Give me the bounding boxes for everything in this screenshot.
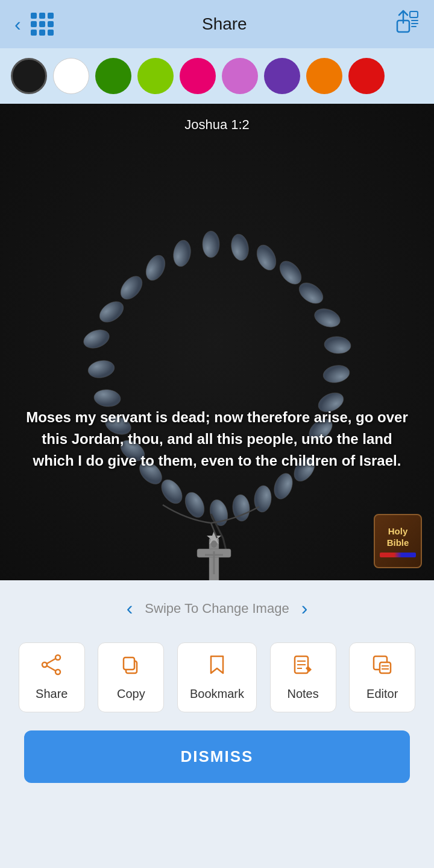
color-swatch-lime[interactable] <box>137 58 174 94</box>
swipe-row: ‹ Swipe To Change Image › <box>0 580 434 636</box>
svg-point-43 <box>55 670 60 674</box>
svg-line-45 <box>47 659 55 664</box>
header-left: ‹ <box>14 13 54 36</box>
action-buttons-row: ShareCopyBookmarkNotesEditor <box>0 636 434 730</box>
color-swatch-pink[interactable] <box>180 58 216 94</box>
svg-point-38 <box>211 540 217 548</box>
verse-text: Moses my servant is dead; now therefore … <box>22 407 412 472</box>
notes-icon <box>292 654 314 681</box>
svg-rect-2 <box>410 11 418 17</box>
color-swatch-red[interactable] <box>348 58 385 94</box>
back-button[interactable]: ‹ <box>14 13 21 36</box>
share-icon <box>41 654 63 681</box>
swipe-label: Swipe To Change Image <box>145 601 289 616</box>
color-palette <box>0 48 434 104</box>
editor-button[interactable]: Editor <box>349 642 415 712</box>
share-button[interactable]: Share <box>19 642 85 712</box>
bible-badge-bar <box>380 553 416 557</box>
svg-point-13 <box>203 231 219 258</box>
verse-image: Joshua 1:2 Moses my servant is dead; now… <box>0 104 434 580</box>
svg-rect-54 <box>380 662 391 673</box>
bible-badge-line1: Holy <box>388 525 408 537</box>
header: ‹ Share <box>0 0 434 48</box>
bookmark-icon <box>206 654 228 681</box>
bible-badge-line2: Bible <box>387 537 409 549</box>
page-title: Share <box>54 14 395 34</box>
color-swatch-black[interactable] <box>11 58 47 94</box>
dismiss-container: DISMISS <box>0 730 434 813</box>
dismiss-button[interactable]: DISMISS <box>24 730 410 783</box>
color-swatch-white[interactable] <box>53 58 89 94</box>
svg-point-42 <box>55 655 60 660</box>
bookmark-button[interactable]: Bookmark <box>177 642 257 712</box>
export-button[interactable] <box>395 10 420 39</box>
color-swatch-orange[interactable] <box>306 58 342 94</box>
editor-label: Editor <box>366 687 398 701</box>
swipe-left-button[interactable]: ‹ <box>127 597 133 619</box>
copy-label: Copy <box>117 687 145 701</box>
swipe-right-button[interactable]: › <box>301 597 308 619</box>
grid-icon[interactable] <box>31 13 54 36</box>
svg-rect-48 <box>124 657 134 670</box>
notes-label: Notes <box>287 687 318 701</box>
notes-button[interactable]: Notes <box>270 642 336 712</box>
color-swatch-green[interactable] <box>95 58 131 94</box>
svg-line-46 <box>47 666 55 671</box>
bookmark-label: Bookmark <box>190 687 244 701</box>
copy-button[interactable]: Copy <box>98 642 164 712</box>
verse-reference: Joshua 1:2 <box>184 117 250 133</box>
bible-badge: Holy Bible <box>374 514 422 568</box>
color-swatch-purple[interactable] <box>264 58 300 94</box>
copy-icon <box>120 654 142 681</box>
editor-icon <box>371 654 393 681</box>
svg-point-44 <box>42 662 47 667</box>
share-label: Share <box>36 687 68 701</box>
color-swatch-lavender[interactable] <box>222 58 258 94</box>
